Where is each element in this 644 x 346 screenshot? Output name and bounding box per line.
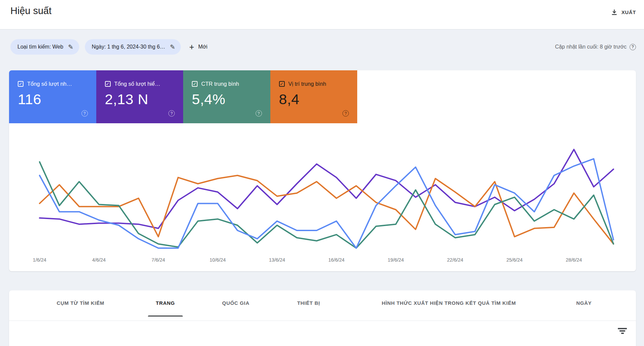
series-line-impressions <box>40 149 613 228</box>
help-icon[interactable]: ? <box>256 110 262 117</box>
last-updated: Cập nhật lần cuối: 8 giờ trước ? <box>555 39 636 55</box>
x-axis-label: 4/6/24 <box>92 257 106 263</box>
performance-chart: 1/6/244/6/247/6/2410/6/2413/6/2416/6/241… <box>9 123 636 271</box>
tabs-divider <box>9 321 636 321</box>
checkbox-checked-icon[interactable]: ✓ <box>105 81 111 87</box>
edit-pencil-icon: ✎ <box>68 43 73 51</box>
help-icon[interactable]: ? <box>168 110 175 117</box>
export-label: XUẤT <box>622 9 636 15</box>
help-icon[interactable]: ? <box>342 110 349 117</box>
performance-panel: ✓ Tổng số lượt nh… 116 ? ✓ Tổng số lượt … <box>9 70 636 271</box>
metric-card-label: Tổng số lượt nh… <box>27 81 72 87</box>
metric-card-impressions[interactable]: ✓ Tổng số lượt hiể… 2,13 N ? <box>96 70 183 123</box>
x-axis-label: 25/6/24 <box>506 257 523 263</box>
active-tab-underline <box>148 316 183 317</box>
page-header: Hiệu suất XUẤT <box>0 0 644 29</box>
filter-bar: Loại tìm kiếm: Web ✎ Ngày: 1 thg 6, 2024… <box>10 39 636 55</box>
metric-card-value: 5,4% <box>183 87 270 108</box>
x-axis-label: 19/6/24 <box>388 257 404 263</box>
new-filter-label: Mới <box>198 44 207 50</box>
tab-countries[interactable]: QUỐC GIA <box>222 300 249 306</box>
x-axis-label: 7/6/24 <box>152 257 165 263</box>
x-axis-label: 1/6/24 <box>33 257 46 263</box>
metric-cards-row: ✓ Tổng số lượt nh… 116 ? ✓ Tổng số lượt … <box>9 70 636 123</box>
metric-card-value: 8,4 <box>270 87 358 108</box>
metric-card-clicks[interactable]: ✓ Tổng số lượt nh… 116 ? <box>9 70 96 123</box>
x-axis-label: 22/6/24 <box>447 257 463 263</box>
help-icon[interactable]: ? <box>82 110 88 117</box>
tab-dates[interactable]: NGÀY <box>576 300 592 306</box>
help-icon[interactable]: ? <box>630 44 636 50</box>
tab-devices[interactable]: THIẾT BỊ <box>297 300 320 306</box>
metric-card-position[interactable]: ✓ Vị trí trung bình 8,4 ? <box>270 70 358 123</box>
metric-card-value: 2,13 N <box>96 87 183 108</box>
checkbox-checked-icon[interactable]: ✓ <box>18 81 23 87</box>
export-button[interactable]: XUẤT <box>611 5 636 19</box>
metric-card-ctr[interactable]: ✓ CTR trung bình 5,4% ? <box>183 70 270 123</box>
metric-card-label: CTR trung bình <box>201 81 239 87</box>
series-line-position <box>40 176 613 244</box>
tab-search-appearance[interactable]: HÌNH THỨC XUẤT HIỆN TRONG KẾT QUẢ TÌM KI… <box>382 300 516 306</box>
x-axis-label: 28/6/24 <box>566 257 582 263</box>
metric-card-label: Vị trí trung bình <box>288 81 326 87</box>
download-icon <box>611 9 618 15</box>
checkbox-checked-icon[interactable]: ✓ <box>192 81 198 87</box>
dimension-tabs-panel: CỤM TỪ TÌM KIẾM TRANG QUỐC GIA THIẾT BỊ … <box>9 290 636 346</box>
plus-icon: + <box>189 43 194 51</box>
tab-pages[interactable]: TRANG <box>156 300 175 306</box>
checkbox-checked-icon[interactable]: ✓ <box>279 81 285 87</box>
x-axis-label: 13/6/24 <box>269 257 285 263</box>
page-title: Hiệu suất <box>10 5 52 16</box>
metric-card-label: Tổng số lượt hiể… <box>114 81 160 87</box>
date-range-chip-label: Ngày: 1 thg 6, 2024-30 thg 6… <box>92 44 165 50</box>
search-type-chip[interactable]: Loại tìm kiếm: Web ✎ <box>10 39 79 55</box>
metric-card-value: 116 <box>9 87 96 108</box>
last-updated-text: Cập nhật lần cuối: 8 giờ trước <box>555 44 627 50</box>
date-range-chip[interactable]: Ngày: 1 thg 6, 2024-30 thg 6… ✎ <box>85 39 181 55</box>
x-axis-label: 10/6/24 <box>210 257 226 263</box>
new-filter-button[interactable]: + Mới <box>189 39 207 55</box>
filter-icon[interactable] <box>618 328 627 335</box>
search-type-chip-label: Loại tìm kiếm: Web <box>17 44 63 50</box>
edit-pencil-icon: ✎ <box>170 43 175 51</box>
tab-queries[interactable]: CỤM TỪ TÌM KIẾM <box>57 300 104 306</box>
x-axis-label: 16/6/24 <box>328 257 344 263</box>
